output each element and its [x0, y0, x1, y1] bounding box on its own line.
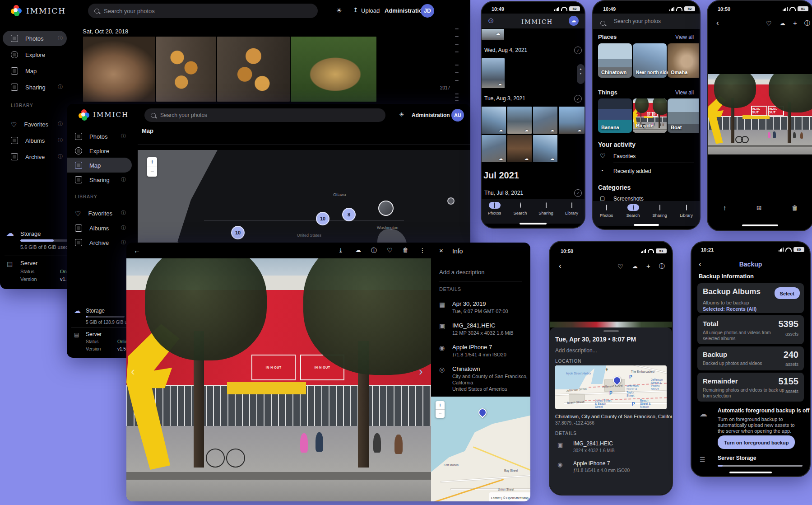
motion-photo-face-icon[interactable] [487, 17, 495, 24]
timeline-scrubber-handle[interactable]: ▲▼ [577, 64, 585, 84]
add-description-field[interactable]: Add description... [555, 347, 597, 354]
administration-link[interactable]: Administration [412, 112, 450, 118]
zoom-in-button[interactable]: + [436, 401, 445, 410]
delete-icon[interactable]: 🗑 [403, 247, 408, 253]
zoom-out-button[interactable]: − [147, 167, 157, 177]
favorite-icon[interactable] [766, 20, 772, 27]
info-badge-icon[interactable] [121, 225, 126, 230]
sidebar-item-favorites[interactable]: Favorites [11, 117, 48, 132]
info-badge-icon[interactable] [121, 134, 126, 139]
share-icon[interactable] [723, 204, 727, 211]
info-badge-icon[interactable] [58, 122, 63, 126]
location-map[interactable]: Hyde Street Harbor ✝ The Embarcadero P J… [555, 365, 667, 409]
thing-card-banana[interactable]: Banana [598, 98, 632, 133]
search-bar[interactable]: Search your photos [144, 108, 385, 122]
map-cluster-marker[interactable]: 10 [316, 212, 329, 225]
turn-on-foreground-backup-button[interactable]: Turn on foreground backup [718, 435, 795, 449]
theme-toggle-icon[interactable] [336, 7, 342, 14]
nav-tab-search[interactable]: Search [507, 202, 533, 215]
user-avatar[interactable]: JD [421, 4, 434, 18]
upload-button[interactable]: Upload [361, 7, 380, 14]
sidebar-item-archive[interactable]: Archive [75, 235, 109, 250]
nav-tab-library[interactable]: Library [559, 202, 585, 215]
sidebar-item-map[interactable]: Map [75, 158, 101, 173]
back-icon[interactable] [134, 247, 140, 254]
sidebar-item-sharing[interactable]: Sharing [75, 172, 110, 187]
add-description-field[interactable]: Add a description [439, 269, 484, 276]
info-badge-icon[interactable] [58, 84, 63, 89]
search-placeholder[interactable]: Search your photos [614, 18, 661, 24]
map-photo-marker[interactable] [378, 201, 394, 216]
select-button[interactable]: Select [775, 287, 800, 299]
location-map[interactable]: Fort Mason Bay Street Union Street + − L… [431, 397, 530, 501]
more-options-icon[interactable] [419, 247, 426, 253]
home-indicator[interactable] [729, 472, 772, 473]
info-badge-icon[interactable] [121, 177, 126, 182]
sidebar-item-photos[interactable]: Photos [75, 129, 107, 144]
zoom-in-button[interactable]: + [147, 157, 157, 167]
archive-icon[interactable]: ⊞ [756, 205, 762, 211]
sheet-drag-handle[interactable] [603, 330, 619, 332]
activity-recently-added[interactable]: Recently added [613, 168, 651, 174]
map-photo-marker[interactable] [447, 197, 455, 205]
theme-toggle-icon[interactable] [399, 112, 404, 117]
back-chevron-icon[interactable] [716, 19, 719, 27]
place-card-omaha[interactable]: Omaha [668, 43, 699, 78]
home-indicator[interactable] [634, 224, 659, 226]
info-icon[interactable] [371, 248, 377, 253]
map-cluster-marker[interactable]: 8 [342, 208, 356, 221]
info-badge-icon[interactable] [58, 138, 63, 143]
photo-in-n-out[interactable]: IN-N-OUT IN-N-OUT [126, 258, 431, 501]
search-bar[interactable]: Search your photos [88, 4, 318, 18]
sidebar-item-map[interactable]: Map [11, 63, 37, 79]
photo-thumbnail[interactable] [291, 37, 376, 102]
photo-thumbnail[interactable] [482, 29, 504, 40]
nav-tab-photos[interactable]: Photos [593, 204, 620, 218]
sidebar-item-explore[interactable]: Explore [75, 143, 109, 159]
sidebar-item-favorites[interactable]: Favorites [75, 206, 112, 221]
map-zoom-control[interactable]: + − [147, 157, 157, 177]
sidebar-item-albums[interactable]: Albums [75, 220, 109, 236]
thing-card-boat[interactable]: Boat [668, 98, 699, 133]
previous-photo-chevron[interactable] [131, 365, 135, 377]
photo-thumbnail[interactable] [83, 37, 155, 102]
select-group-icon[interactable] [574, 47, 582, 54]
administration-link[interactable]: Administration [385, 7, 426, 14]
add-to-album-icon[interactable] [646, 262, 650, 269]
nav-tab-sharing[interactable]: Sharing [646, 204, 673, 218]
info-badge-icon[interactable] [58, 36, 63, 41]
favorite-icon[interactable] [387, 247, 393, 253]
favorite-icon[interactable] [617, 263, 623, 270]
sidebar-item-photos[interactable]: Photos [11, 31, 43, 46]
nav-tab-library[interactable]: Library [673, 204, 700, 218]
places-view-all-link[interactable]: View all [675, 34, 694, 40]
user-avatar[interactable]: AU [451, 109, 464, 122]
zoom-out-button[interactable]: − [436, 410, 445, 418]
home-indicator[interactable] [520, 223, 547, 224]
sidebar-item-archive[interactable]: Archive [11, 149, 45, 164]
nav-tab-sharing[interactable]: Sharing [533, 202, 559, 215]
info-badge-icon[interactable] [121, 210, 126, 215]
add-to-album-icon[interactable] [793, 19, 797, 26]
things-view-all-link[interactable]: View all [675, 89, 694, 96]
map-zoom-control[interactable]: + − [436, 401, 445, 418]
download-icon[interactable]: ⤓ [339, 247, 342, 253]
activity-favorites[interactable]: Favorites [613, 153, 636, 159]
sidebar-item-albums[interactable]: Albums [11, 133, 45, 148]
photo-thumbnail[interactable] [156, 37, 216, 102]
next-photo-chevron[interactable] [419, 365, 423, 377]
nav-tab-search[interactable]: Search [620, 204, 646, 218]
map-cluster-marker[interactable]: 10 [231, 226, 245, 239]
photo-sliver[interactable] [550, 322, 672, 327]
photo-in-n-out[interactable]: IN-N-OUT IN-N-OUT [708, 74, 812, 154]
info-icon[interactable] [804, 20, 810, 26]
home-indicator[interactable] [742, 224, 778, 226]
back-chevron-icon[interactable] [559, 262, 561, 270]
delete-icon[interactable]: 🗑 [792, 205, 798, 211]
select-group-icon[interactable] [574, 189, 582, 197]
info-icon[interactable] [659, 263, 665, 269]
info-badge-icon[interactable] [121, 240, 126, 245]
sidebar-item-explore[interactable]: Explore [11, 47, 45, 62]
profile-avatar[interactable] [569, 16, 579, 26]
place-card-chinatown[interactable]: Chinatown [598, 43, 632, 78]
